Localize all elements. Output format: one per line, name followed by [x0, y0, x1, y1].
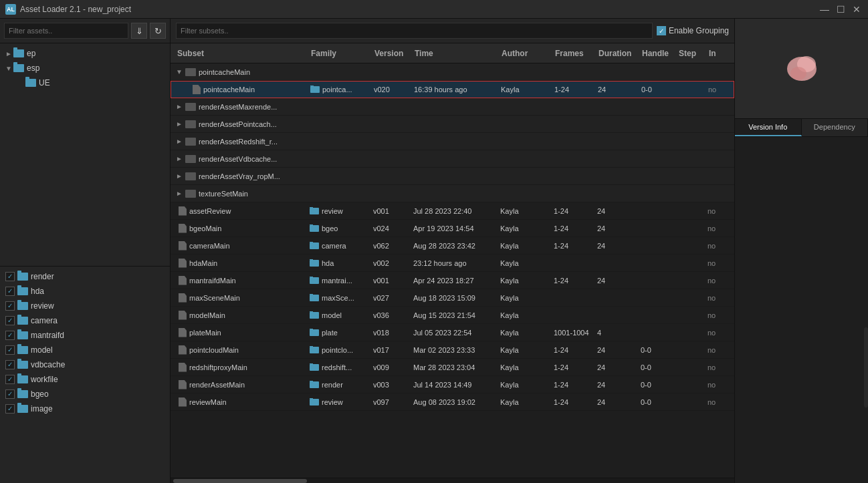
maximize-button[interactable]: ☐: [835, 3, 847, 15]
tree-item-esp[interactable]: ▼ esp: [0, 61, 170, 75]
right-panel: Version Info Dependency: [734, 19, 868, 483]
cell-in-modelMain: no: [705, 311, 725, 319]
table-row-pointcloudMain[interactable]: pointcloudMain pointclo... v017 Mar 02 2…: [171, 341, 734, 359]
checkbox-workfile[interactable]: ✓: [5, 375, 15, 384]
folder-camera: [17, 317, 28, 325]
expand-arrow-renderAssetMaxrende: ►: [176, 103, 184, 110]
table-row-plateMain[interactable]: plateMain plate v018 Jul 05 2023 22:54 K…: [171, 324, 734, 341]
expand-arrow-renderAssetVdbcache: ►: [176, 155, 184, 162]
cell-time-plateMain: Jul 05 2023 22:54: [411, 329, 498, 337]
checkbox-model[interactable]: ✓: [5, 345, 15, 355]
table-row-mantraifdMain[interactable]: mantraifdMain mantrai... v001 Apr 24 202…: [171, 272, 734, 289]
minimize-button[interactable]: —: [819, 3, 831, 15]
cell-author-pointcloudMain: Kayla: [498, 346, 551, 354]
group-label-textureSetMain: ► textureSetMain: [173, 190, 307, 198]
cell-author-assetReview: Kayla: [498, 207, 551, 215]
close-button[interactable]: ✕: [851, 3, 863, 15]
table-row-renderAssetMain[interactable]: renderAssetMain render v003 Jul 14 2023 …: [171, 376, 734, 393]
checkbox-bgeo[interactable]: ✓: [5, 389, 15, 399]
filter-assets-input[interactable]: [4, 23, 128, 39]
table-row-hdaMain[interactable]: hdaMain hda v002 23:12 hours ago Kayla n…: [171, 255, 734, 272]
group-label-renderAssetPointcach: ► renderAssetPointcach...: [173, 120, 307, 128]
table-row-modelMain[interactable]: modelMain model v036 Aug 15 2023 21:54 K…: [171, 307, 734, 324]
cell-version-redshiftproxyMain: v009: [370, 363, 411, 371]
refresh-button[interactable]: ↻: [150, 23, 166, 39]
cell-version-plateMain: v018: [370, 329, 411, 337]
cell-duration-redshiftproxyMain: 24: [594, 363, 638, 371]
cell-handle-renderAssetMain: 0-0: [638, 381, 675, 389]
checkbox-render[interactable]: ✓: [5, 272, 15, 281]
table-row-reviewMain[interactable]: reviewMain review v097 Aug 08 2023 19:02…: [171, 393, 734, 411]
asset-item-review[interactable]: ✓ review: [0, 299, 170, 313]
tab-dependency[interactable]: Dependency: [802, 119, 869, 136]
table-row-maxSceneMain[interactable]: maxSceneMain maxSce... v027 Aug 18 2023 …: [171, 289, 734, 307]
cell-version-renderAssetMain: v003: [370, 381, 411, 389]
file-icon-pointcloudMain: [179, 345, 187, 355]
cell-time-reviewMain: Aug 08 2023 19:02: [411, 398, 498, 406]
cell-duration-cameraMain: 24: [594, 242, 638, 250]
table-row-pointcacheMain-item[interactable]: pointcacheMain pointca... v020 16:39 hou…: [171, 81, 734, 98]
group-label-renderAssetVdbcache: ► renderAssetVdbcache...: [173, 155, 307, 163]
table-row-bgeoMain[interactable]: bgeoMain bgeo v024 Apr 19 2023 14:54 Kay…: [171, 220, 734, 237]
asset-item-vdbcache[interactable]: ✓ vdbcache: [0, 357, 170, 372]
group-row-pointcacheMain[interactable]: ▼ pointcacheMain: [171, 63, 734, 81]
tab-version-info[interactable]: Version Info: [735, 119, 802, 136]
file-icon-modelMain: [179, 311, 187, 320]
col-header-time: Time: [411, 49, 498, 58]
table-row-assetReview[interactable]: assetReview review v001 Jul 28 2023 22:4…: [171, 202, 734, 220]
checkbox-hda[interactable]: ✓: [5, 287, 15, 296]
cell-handle-redshiftproxyMain: 0-0: [638, 363, 675, 371]
tree-item-UE[interactable]: UE: [0, 75, 170, 90]
cell-in-bgeoMain: no: [705, 224, 725, 232]
enable-grouping-checkbox[interactable]: ✓: [657, 26, 666, 35]
cell-author-modelMain: Kayla: [498, 311, 551, 319]
cell-author-redshiftproxyMain: Kayla: [498, 363, 551, 371]
group-row-renderAssetPointcach[interactable]: ► renderAssetPointcach...: [171, 116, 734, 133]
group-row-renderAssetRedshift[interactable]: ► renderAssetRedshift_r...: [171, 133, 734, 150]
cell-subset-redshiftproxyMain: redshiftproxyMain: [173, 363, 307, 372]
group-row-textureSetMain[interactable]: ► textureSetMain: [171, 185, 734, 202]
group-row-renderAssetVdbcache[interactable]: ► renderAssetVdbcache...: [171, 150, 734, 168]
checkbox-camera[interactable]: ✓: [5, 316, 15, 325]
table-row-redshiftproxyMain[interactable]: redshiftproxyMain redshift... v009 Mar 2…: [171, 359, 734, 376]
asset-item-model[interactable]: ✓ model: [0, 343, 170, 357]
cell-in-renderAssetMain: no: [705, 381, 725, 389]
cell-subset-pointcloudMain: pointcloudMain: [173, 345, 307, 355]
cell-duration-mantraifdMain: 24: [594, 277, 638, 285]
cell-author-hdaMain: Kayla: [498, 259, 551, 267]
folder-bgeo: [17, 390, 28, 398]
asset-item-workfile[interactable]: ✓ workfile: [0, 372, 170, 387]
center-toolbar: ✓ Enable Grouping: [171, 19, 734, 43]
cell-duration-renderAssetMain: 24: [594, 381, 638, 389]
cell-subset-maxSceneMain: maxSceneMain: [173, 293, 307, 303]
download-button[interactable]: ⇓: [131, 23, 147, 39]
cell-family-pointcloudMain: pointclo...: [307, 346, 370, 354]
checkbox-image[interactable]: ✓: [5, 404, 15, 414]
asset-item-image[interactable]: ✓ image: [0, 401, 170, 416]
filter-subsets-input[interactable]: [176, 23, 653, 39]
table-row-cameraMain[interactable]: cameraMain camera v062 Aug 28 2023 23:42…: [171, 237, 734, 255]
asset-item-camera[interactable]: ✓ camera: [0, 313, 170, 328]
col-header-in: In: [705, 49, 725, 58]
group-row-renderAssetVray[interactable]: ► renderAssetVray_ropM...: [171, 168, 734, 185]
tree-item-ep[interactable]: ► ep: [0, 46, 170, 61]
asset-item-bgeo[interactable]: ✓ bgeo: [0, 387, 170, 401]
col-header-frames: Frames: [551, 49, 594, 58]
group-row-renderAssetMaxrende[interactable]: ► renderAssetMaxrende...: [171, 98, 734, 116]
cell-frames-assetReview: 1-24: [551, 207, 594, 215]
checkbox-vdbcache[interactable]: ✓: [5, 360, 15, 369]
right-tabs: Version Info Dependency: [735, 119, 868, 137]
asset-item-render[interactable]: ✓ render: [0, 269, 170, 284]
checkbox-review[interactable]: ✓: [5, 301, 15, 311]
subsets-table: ▼ pointcacheMain pointcacheMain: [171, 63, 734, 478]
asset-item-hda[interactable]: ✓ hda: [0, 284, 170, 299]
col-header-subset: Subset: [173, 49, 307, 58]
cell-family-redshiftproxyMain: redshift...: [307, 363, 370, 371]
checkbox-mantraifd[interactable]: ✓: [5, 331, 15, 340]
cell-in-hdaMain: no: [705, 259, 725, 267]
folder-review: [17, 302, 28, 310]
bottom-scrollbar[interactable]: [171, 478, 734, 483]
asset-item-mantraifd[interactable]: ✓ mantraifd: [0, 328, 170, 343]
cell-subset-modelMain: modelMain: [173, 311, 307, 320]
cell-version-mantraifdMain: v001: [370, 277, 411, 285]
